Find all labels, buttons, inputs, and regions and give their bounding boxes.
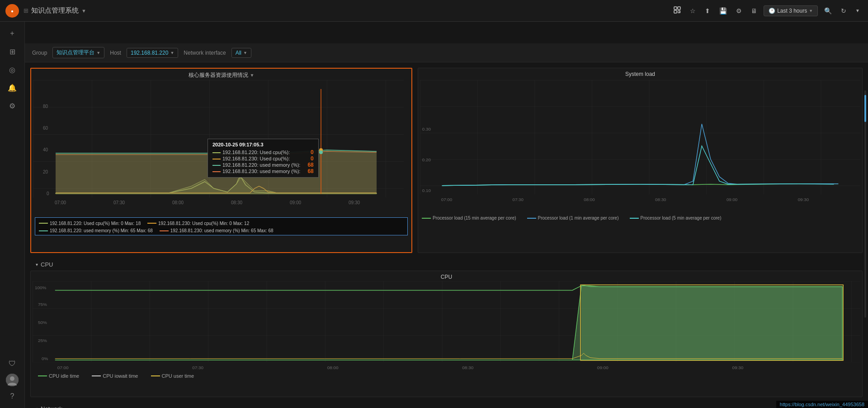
- system-load-chart: System load 0.10 0.20 0.30 07:00 07:30 0…: [418, 68, 863, 253]
- search-icon[interactable]: 🔍: [821, 5, 835, 16]
- svg-text:20: 20: [43, 169, 48, 174]
- main-resource-chart: 核心服务器资源使用情况 ▼ 0 2: [30, 68, 412, 253]
- svg-text:0.20: 0.20: [422, 157, 431, 162]
- cpu-section-header[interactable]: ▾ CPU: [30, 258, 863, 271]
- tooltip-row-3: 192.168.81.220: used memory (%): 68: [212, 162, 314, 168]
- system-load-legend: Processor load (15 min average per core)…: [418, 214, 862, 222]
- svg-text:08:00: 08:00: [327, 365, 339, 370]
- group-select[interactable]: 知识点管理平台 ▼: [52, 47, 104, 58]
- share-icon[interactable]: ⬆: [702, 5, 713, 16]
- scroll-indicator: [864, 90, 866, 318]
- svg-text:07:30: 07:30: [513, 197, 524, 202]
- topbar-right: ☆ ⬆ 💾 ⚙ 🖥 🕐 Last 3 hours ▼ 🔍 ↻ ▼: [671, 5, 863, 17]
- network-section-header[interactable]: ▾ Network: [30, 403, 863, 408]
- legend-line-cpu220: [39, 223, 48, 224]
- network-collapse-arrow[interactable]: ▾: [36, 406, 38, 408]
- chart-tooltip: 2020-10-25 09:17:05.3 192.168.81.220: Us…: [208, 139, 319, 178]
- filter-bar: Group 知识点管理平台 ▼ Host 192.168.81.220 ▼ Ne…: [25, 43, 868, 62]
- legend-line-mem230: [160, 230, 169, 231]
- svg-text:08:30: 08:30: [462, 365, 473, 370]
- sidebar-item-gear[interactable]: ⚙: [3, 98, 21, 114]
- monitor-icon[interactable]: 🖥: [748, 5, 760, 16]
- system-load-svg-container: 0.10 0.20 0.30 07:00 07:30 08:00 08:30 0…: [418, 78, 862, 214]
- settings-icon[interactable]: ⚙: [733, 5, 745, 16]
- app-logo: ●: [5, 4, 19, 18]
- network-select[interactable]: All ▼: [231, 48, 251, 58]
- star-icon[interactable]: ☆: [687, 5, 698, 16]
- svg-rect-3: [678, 7, 680, 9]
- svg-text:08:00: 08:00: [172, 200, 184, 205]
- sidebar-item-compass[interactable]: ◎: [3, 61, 21, 78]
- network-label: Network interface: [184, 50, 226, 56]
- sidebar-item-add[interactable]: +: [3, 25, 21, 42]
- save-icon[interactable]: 💾: [717, 5, 730, 16]
- svg-text:80: 80: [43, 104, 48, 109]
- svg-text:50%: 50%: [38, 320, 47, 325]
- tooltip-row-4: 192.168.81.230: used memory (%): 68: [212, 168, 314, 174]
- sidebar-item-bell[interactable]: 🔔: [3, 80, 21, 96]
- app-title: 知识点管理系统: [31, 6, 79, 15]
- svg-text:●: ●: [11, 9, 14, 14]
- system-load-title: System load: [418, 68, 862, 78]
- topbar-left: ● ⊞ 知识点管理系统 ▼: [5, 4, 86, 18]
- legend-cpu-user: [151, 375, 160, 376]
- svg-text:09:00: 09:00: [726, 197, 738, 202]
- cpu-chart: CPU 0% 25% 50% 75% 100% 07:00 0: [30, 271, 863, 397]
- svg-text:09:00: 09:00: [597, 365, 609, 370]
- topbar: ● ⊞ 知识点管理系统 ▼ ☆ ⬆ 💾 ⚙ 🖥 🕐 Last 3 hours ▼…: [0, 0, 868, 22]
- svg-text:09:00: 09:00: [290, 200, 301, 205]
- sidebar-item-dashboard[interactable]: ⊞: [3, 43, 21, 60]
- scroll-thumb: [864, 95, 866, 122]
- svg-text:0%: 0%: [42, 356, 48, 361]
- legend-load15: [422, 218, 431, 219]
- user-avatar[interactable]: [6, 374, 19, 386]
- group-label: Group: [32, 50, 47, 56]
- add-panel-icon[interactable]: [671, 5, 684, 17]
- refresh-icon[interactable]: ↻: [838, 5, 849, 16]
- svg-rect-4: [674, 10, 677, 13]
- main-chart-title: 核心服务器资源使用情况 ▼: [31, 69, 411, 80]
- svg-text:0.30: 0.30: [422, 127, 431, 131]
- refresh-arrow-icon[interactable]: ▼: [853, 6, 863, 15]
- tooltip-row-1: 192.168.81.220: Used cpu(%): 0: [212, 149, 314, 155]
- svg-text:0.10: 0.10: [422, 188, 431, 193]
- legend-load5: [630, 218, 639, 219]
- host-select[interactable]: 192.168.81.220 ▼: [127, 48, 178, 58]
- host-select-arrow: ▼: [170, 51, 174, 55]
- system-load-svg: 0.10 0.20 0.30 07:00 07:30 08:00 08:30 0…: [420, 78, 860, 214]
- svg-text:09:30: 09:30: [349, 200, 360, 205]
- app-title-arrow[interactable]: ▼: [81, 8, 86, 14]
- svg-text:75%: 75%: [38, 302, 47, 307]
- sidebar-item-help[interactable]: ?: [3, 388, 21, 404]
- svg-text:08:30: 08:30: [655, 197, 666, 202]
- svg-point-27: [319, 150, 323, 154]
- sidebar-item-shield[interactable]: 🛡: [3, 356, 21, 372]
- cpu-section: ▾ CPU CPU 0% 25% 50% 75% 100%: [30, 258, 863, 408]
- main-chart-dropdown-icon[interactable]: ▼: [250, 73, 255, 78]
- sidebar: + ⊞ ◎ 🔔 ⚙ 🛡 ?: [0, 22, 25, 408]
- charts-grid: 核心服务器资源使用情况 ▼ 0 2: [25, 62, 868, 408]
- svg-text:40: 40: [43, 147, 48, 152]
- svg-text:25%: 25%: [38, 338, 47, 343]
- network-select-arrow: ▼: [243, 51, 247, 55]
- cpu-chart-svg: 0% 25% 50% 75% 100% 07:00 07:30 08:00 08…: [33, 281, 860, 371]
- cpu-legend: CPU idle time CPU iowait time CPU user t…: [31, 371, 862, 380]
- group-select-arrow: ▼: [96, 51, 100, 55]
- cpu-chart-title: CPU: [31, 271, 862, 281]
- svg-text:100%: 100%: [35, 285, 47, 290]
- main-chart-legend: 192.168.81.220: Used cpu(%) Min: 0 Max: …: [35, 217, 408, 235]
- svg-rect-51: [581, 286, 842, 360]
- time-range-button[interactable]: 🕐 Last 3 hours ▼: [764, 5, 818, 16]
- svg-text:07:00: 07:00: [57, 365, 69, 370]
- svg-text:60: 60: [43, 126, 48, 131]
- legend-cpu-iowait: [92, 375, 101, 376]
- svg-text:07:30: 07:30: [192, 365, 203, 370]
- svg-text:07:30: 07:30: [113, 200, 125, 205]
- host-label: Host: [110, 50, 121, 56]
- tooltip-row-2: 192.168.81.230: Used cpu(%): 0: [212, 155, 314, 162]
- svg-text:07:00: 07:00: [441, 197, 453, 202]
- svg-text:09:30: 09:30: [732, 365, 743, 370]
- cpu-collapse-arrow[interactable]: ▾: [36, 262, 38, 267]
- svg-text:07:00: 07:00: [55, 200, 66, 205]
- legend-cpu-idle: [38, 375, 47, 376]
